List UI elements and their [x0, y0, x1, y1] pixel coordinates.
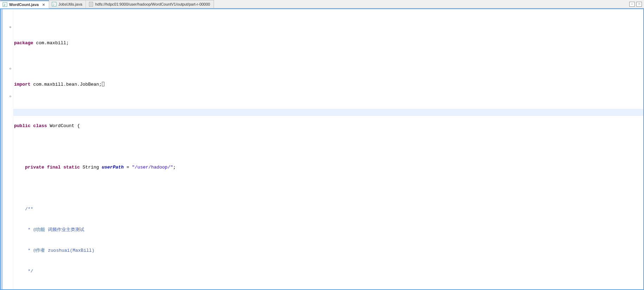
minimize-button[interactable]: — — [629, 2, 635, 7]
window-controls: — ❐ — [629, 2, 644, 7]
editor-tab-bar: J WordCount.java ✕ J JobsUtils.java hdfs… — [0, 0, 644, 8]
svg-text:J: J — [4, 3, 5, 7]
tab-label: JobsUtils.java — [58, 2, 82, 6]
collapse-icon[interactable]: ⊖ — [8, 67, 12, 71]
collapsed-indicator-icon[interactable] — [102, 82, 104, 86]
close-icon[interactable]: ✕ — [42, 3, 45, 6]
tab-wordcount[interactable]: J WordCount.java ✕ — [0, 0, 49, 8]
current-line-highlight — [13, 109, 643, 116]
java-file-icon: J — [2, 2, 7, 7]
tab-hdfs-output[interactable]: hdfs://hdpc01:9000/user/hadoop/WordCount… — [86, 0, 214, 8]
collapse-icon[interactable]: ⊖ — [8, 95, 12, 99]
maximize-button[interactable]: ❐ — [636, 2, 642, 7]
tab-jobsutils[interactable]: J JobsUtils.java — [49, 0, 86, 8]
code-editor[interactable]: package com.maxbill; import com.maxbill.… — [13, 9, 643, 289]
svg-text:J: J — [53, 3, 54, 6]
java-file-icon: J — [52, 2, 57, 7]
tab-label: WordCount.java — [9, 2, 39, 7]
tab-label: hdfs://hdpc01:9000/user/hadoop/WordCount… — [95, 2, 210, 6]
text-file-icon — [89, 2, 93, 7]
expand-icon[interactable]: ⊕ — [8, 26, 12, 30]
gutter[interactable]: ⊕ ⊖ ⊖ — [3, 9, 13, 289]
editor-area: ⊕ ⊖ ⊖ package com.maxbill; import com.ma… — [0, 8, 644, 290]
